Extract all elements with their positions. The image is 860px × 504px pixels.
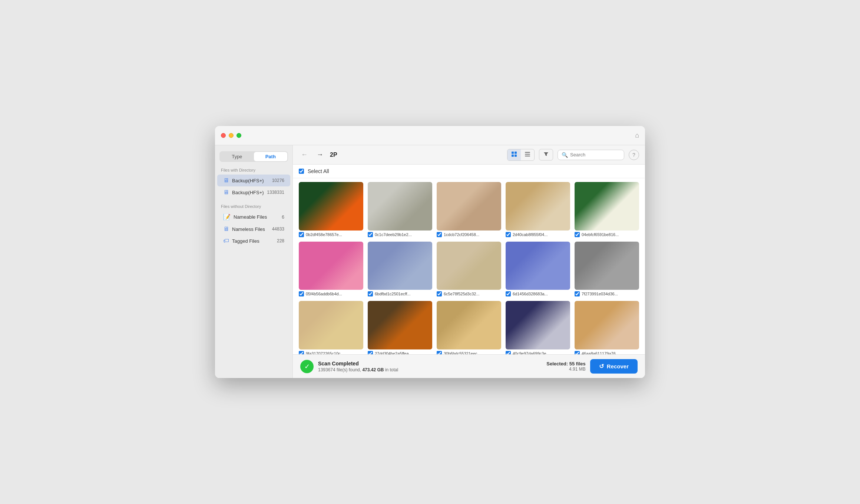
svg-rect-0 bbox=[512, 152, 514, 154]
photo-checkbox[interactable] bbox=[368, 351, 373, 355]
photo-name: 04ebfcf6591be816... bbox=[582, 232, 619, 237]
photo-name: 05f4b56addb6b4d... bbox=[306, 292, 342, 296]
photo-card: 6d1456d328683a... bbox=[506, 242, 570, 297]
photo-label: 1cdcb72cf206458... bbox=[437, 232, 501, 237]
photo-name: 7f273991e034d36... bbox=[582, 292, 618, 296]
photo-name: 1cdcb72cf206458... bbox=[444, 232, 479, 237]
photo-label: 9fa317072265c10c... bbox=[299, 351, 363, 355]
view-grid-button[interactable] bbox=[507, 149, 521, 160]
photo-checkbox[interactable] bbox=[506, 351, 511, 355]
photo-card: 30b6bdc55321eec... bbox=[437, 301, 501, 354]
sidebar-count-nameable: 6 bbox=[282, 215, 284, 220]
photo-name: 9fa317072265c10c... bbox=[306, 351, 344, 355]
photo-label: 27dd304be2a5ffea... bbox=[368, 351, 432, 355]
photo-thumbnail bbox=[437, 242, 501, 290]
photo-thumbnail bbox=[506, 182, 570, 231]
scan-complete-icon: ✓ bbox=[300, 360, 314, 373]
back-button[interactable]: ← bbox=[299, 149, 310, 160]
view-list-button[interactable] bbox=[521, 149, 534, 160]
selected-info: Selected: 55 files 4.91 MB bbox=[546, 361, 586, 372]
photo-card: 7f273991e034d36... bbox=[575, 242, 639, 297]
select-all-checkbox[interactable] bbox=[299, 169, 304, 174]
tab-path[interactable]: Path bbox=[254, 152, 288, 161]
sidebar-item-backup-1[interactable]: 🖥 Backup(HFS+) 10276 bbox=[217, 175, 290, 186]
photo-name: 2d40cab8f855f04... bbox=[513, 232, 548, 237]
maximize-button[interactable] bbox=[236, 133, 241, 138]
photo-label: 6c5e78f525d3c32... bbox=[437, 291, 501, 296]
photo-card: 05f4b56addb6b4d... bbox=[299, 242, 363, 297]
photo-label: 0c1c7deeb29b1e2... bbox=[368, 232, 432, 237]
photo-thumbnail bbox=[506, 242, 570, 290]
svg-rect-4 bbox=[525, 152, 530, 153]
photo-name: 27dd304be2a5ffea... bbox=[375, 351, 412, 355]
sidebar-count-nameless: 44833 bbox=[272, 226, 284, 232]
sidebar-label-nameless: Nameless Files bbox=[232, 226, 269, 232]
help-button[interactable]: ? bbox=[629, 150, 639, 160]
photo-checkbox[interactable] bbox=[437, 351, 442, 355]
drive-icon-2: 🖥 bbox=[223, 189, 229, 196]
photo-checkbox[interactable] bbox=[299, 351, 304, 355]
photo-label: 6d1456d328683a... bbox=[506, 291, 570, 296]
sidebar-label-nameable: Nameable Files bbox=[234, 214, 279, 220]
photo-checkbox[interactable] bbox=[575, 351, 580, 355]
sidebar-item-tagged[interactable]: 🏷 Tagged Files 228 bbox=[217, 235, 290, 247]
sidebar-item-nameless[interactable]: 🖥 Nameless Files 44833 bbox=[217, 223, 290, 235]
photo-label: 40c9e97da699c3e... bbox=[506, 351, 570, 355]
photo-label: 7f273991e034d36... bbox=[575, 291, 639, 296]
recover-icon: ↺ bbox=[599, 363, 604, 370]
section-without-dir-label: Files without Directory bbox=[215, 204, 292, 211]
main-content: Type Path Files with Directory 🖥 Backup(… bbox=[215, 145, 645, 378]
app-window: ⌂ Type Path Files with Directory 🖥 Backu… bbox=[215, 126, 645, 378]
photo-checkbox[interactable] bbox=[506, 291, 511, 296]
forward-button[interactable]: → bbox=[314, 149, 325, 160]
sidebar: Type Path Files with Directory 🖥 Backup(… bbox=[215, 145, 293, 378]
photo-checkbox[interactable] bbox=[368, 232, 373, 237]
nameless-icon: 🖥 bbox=[223, 226, 229, 232]
photo-checkbox[interactable] bbox=[437, 232, 442, 237]
photo-checkbox[interactable] bbox=[437, 291, 442, 296]
filter-button[interactable] bbox=[539, 149, 553, 160]
recover-button[interactable]: ↺ Recover bbox=[590, 359, 638, 374]
search-icon: 🔍 bbox=[562, 152, 568, 158]
sidebar-label-2: Backup(HFS+) bbox=[232, 190, 264, 195]
bottom-bar: ✓ Scan Completed 1393674 file(s) found, … bbox=[293, 354, 645, 378]
select-all-label: Select All bbox=[308, 168, 329, 174]
search-input[interactable] bbox=[570, 152, 618, 158]
photo-checkbox[interactable] bbox=[575, 232, 580, 237]
photo-thumbnail bbox=[437, 182, 501, 231]
home-icon[interactable]: ⌂ bbox=[635, 132, 639, 139]
photo-name: 6bdfbd1c2501ecff... bbox=[375, 292, 410, 296]
sidebar-count-2: 1338331 bbox=[267, 190, 284, 195]
svg-rect-6 bbox=[525, 156, 530, 156]
view-toggle bbox=[507, 149, 535, 161]
photo-label: 46aa8a611179a76... bbox=[575, 351, 639, 355]
svg-rect-2 bbox=[512, 155, 514, 157]
photo-checkbox[interactable] bbox=[506, 232, 511, 237]
photo-name: 6d1456d328683a... bbox=[513, 292, 548, 296]
toolbar: ← → 2P bbox=[293, 145, 645, 165]
select-all-bar: Select All bbox=[293, 165, 645, 178]
nameable-icon: 📝 bbox=[223, 213, 231, 220]
photo-checkbox[interactable] bbox=[299, 291, 304, 296]
tab-type[interactable]: Type bbox=[220, 152, 254, 161]
sidebar-item-backup-2[interactable]: 🖥 Backup(HFS+) 1338331 bbox=[217, 186, 290, 198]
content-area: ← → 2P bbox=[293, 145, 645, 378]
section-with-dir-label: Files with Directory bbox=[215, 168, 292, 175]
photo-card: 1cdcb72cf206458... bbox=[437, 182, 501, 237]
photo-checkbox[interactable] bbox=[575, 291, 580, 296]
photo-thumbnail bbox=[299, 242, 363, 290]
close-button[interactable] bbox=[221, 133, 226, 138]
sidebar-item-nameable[interactable]: 📝 Nameable Files 6 bbox=[217, 211, 290, 223]
photo-label: 2d40cab8f855f04... bbox=[506, 232, 570, 237]
photo-name: 0c1c7deeb29b1e2... bbox=[375, 232, 412, 237]
svg-rect-3 bbox=[515, 155, 517, 157]
photo-card: 6c5e78f525d3c32... bbox=[437, 242, 501, 297]
photo-checkbox[interactable] bbox=[299, 232, 304, 237]
photo-thumbnail bbox=[437, 301, 501, 349]
photo-thumbnail bbox=[368, 301, 432, 349]
photo-label: 05f4b56addb6b4d... bbox=[299, 291, 363, 296]
photo-checkbox[interactable] bbox=[368, 291, 373, 296]
photo-label: 04ebfcf6591be816... bbox=[575, 232, 639, 237]
path-label: 2P bbox=[330, 152, 337, 158]
minimize-button[interactable] bbox=[229, 133, 234, 138]
